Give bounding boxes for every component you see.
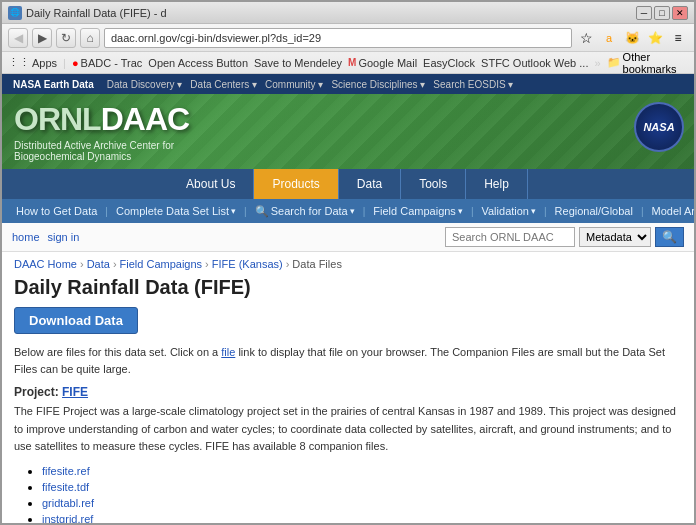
amazon-icon[interactable]: a (599, 28, 619, 48)
browser-window: 🌐 Daily Rainfall Data (FIFE) - d ─ □ ✕ ◀… (0, 0, 696, 525)
bm-mendeley[interactable]: Save to Mendeley (254, 57, 342, 69)
main-nav: About Us Products Data Tools Help (2, 169, 694, 199)
file-link-example[interactable]: file (221, 346, 235, 358)
address-bar[interactable]: daac.ornl.gov/cgi-bin/dsviewer.pl?ds_id=… (104, 28, 572, 48)
minimize-button[interactable]: ─ (636, 6, 652, 20)
daac-text: DAAC (101, 101, 189, 137)
page-description: Below are files for this data set. Click… (14, 344, 682, 377)
sub-nav-how-to-label: How to Get Data (16, 205, 97, 217)
list-item: instgrid.ref (42, 512, 682, 523)
eosdis-nav-discovery[interactable]: Data Discovery ▾ (107, 79, 183, 90)
star-icon[interactable]: ☆ (576, 28, 596, 48)
menu-icon[interactable]: ≡ (668, 28, 688, 48)
nav-products-label: Products (272, 177, 319, 191)
search-input[interactable] (445, 227, 575, 247)
sub-nav-campaigns[interactable]: Field Campaigns ▾ (367, 205, 469, 217)
home-button[interactable]: ⌂ (80, 28, 100, 48)
bm-open-access[interactable]: Open Access Button (148, 57, 248, 69)
home-link[interactable]: home (12, 231, 40, 243)
search-icon: 🔍 (255, 205, 269, 218)
maximize-button[interactable]: □ (654, 6, 670, 20)
eosdis-logo: NASA Earth Data (10, 78, 97, 91)
title-bar: 🌐 Daily Rainfall Data (FIFE) - d ─ □ ✕ (2, 2, 694, 24)
list-item: fifesite.ref (42, 464, 682, 478)
user-bar: home sign in Metadata 🔍 (2, 223, 694, 252)
sub-nav-search[interactable]: 🔍 Search for Data ▾ (249, 205, 361, 218)
sub-nav-model[interactable]: Model Archive (645, 205, 694, 217)
sub-nav-regional[interactable]: Regional/Global (549, 205, 639, 217)
file-link-0[interactable]: fifesite.ref (42, 465, 90, 477)
chevron-down-icon-4: ▾ (531, 206, 536, 216)
file-link-3[interactable]: instgrid.ref (42, 513, 93, 523)
eosdis-nav-community[interactable]: Community ▾ (265, 79, 323, 90)
nav-right-icons: ☆ a 🐱 ⭐ ≡ (576, 28, 688, 48)
eosdis-bar: NASA Earth Data Data Discovery ▾ Data Ce… (2, 74, 694, 94)
eosdis-nav-disciplines[interactable]: Science Disciplines ▾ (331, 79, 425, 90)
folder-icon: 📁 (607, 56, 621, 69)
eosdis-nav: Data Discovery ▾ Data Centers ▾ Communit… (107, 79, 686, 90)
sign-in-link[interactable]: sign in (48, 231, 80, 243)
file-link-2[interactable]: gridtabl.ref (42, 497, 94, 509)
eosdis-nav-centers[interactable]: Data Centers ▾ (190, 79, 257, 90)
breadcrumb-current: Data Files (292, 258, 342, 270)
bm-gmail[interactable]: M Google Mail (348, 57, 417, 69)
eosdis-nav-search[interactable]: Search EOSDIS ▾ (433, 79, 513, 90)
bookmarks-bar: ⋮⋮ Apps | ● BADC - Trac Open Access Butt… (2, 52, 694, 74)
nav-tools-label: Tools (419, 177, 447, 191)
gmail-icon: M (348, 57, 356, 68)
nav-data-label: Data (357, 177, 382, 191)
ornl-text: ORNL (14, 101, 101, 137)
bm-other: 📁 Other bookmarks (607, 51, 688, 75)
sub-nav-regional-label: Regional/Global (555, 205, 633, 217)
apps-icon: ⋮⋮ (8, 56, 30, 69)
nasa-logo-text: NASA (643, 121, 674, 133)
sub-nav-complete[interactable]: Complete Data Set List ▾ (110, 205, 242, 217)
tagline-line1: Distributed Active Archive Center for (14, 140, 189, 151)
chevron-down-icon-3: ▾ (458, 206, 463, 216)
bm-stfc[interactable]: STFC Outlook Web ... (481, 57, 588, 69)
page-title: Daily Rainfall Data (FIFE) (14, 276, 682, 299)
close-button[interactable]: ✕ (672, 6, 688, 20)
chevron-down-icon-1: ▾ (231, 206, 236, 216)
breadcrumb-campaigns[interactable]: Field Campaigns (120, 258, 203, 270)
window-controls: ─ □ ✕ (636, 6, 688, 20)
sub-nav-validation[interactable]: Validation ▾ (475, 205, 542, 217)
list-item: fifesite.tdf (42, 480, 682, 494)
ornl-logo-text: ORNLDAAC (14, 101, 189, 138)
search-box: Metadata 🔍 (445, 227, 684, 247)
content-area: DAAC Home › Data › Field Campaigns › FIF… (2, 252, 694, 523)
breadcrumb-fife[interactable]: FIFE (Kansas) (212, 258, 283, 270)
download-button[interactable]: Download Data (14, 307, 138, 334)
sub-nav-search-label: Search for Data (271, 205, 348, 217)
search-type-select[interactable]: Metadata (579, 227, 651, 247)
project-link[interactable]: FIFE (62, 385, 88, 399)
other-bookmarks-label: Other bookmarks (623, 51, 688, 75)
ornl-tagline: Distributed Active Archive Center for Bi… (14, 140, 189, 162)
sub-nav: How to Get Data | Complete Data Set List… (2, 199, 694, 223)
breadcrumb-data[interactable]: Data (87, 258, 110, 270)
back-button[interactable]: ◀ (8, 28, 28, 48)
extension-icon-1[interactable]: 🐱 (622, 28, 642, 48)
nav-tools[interactable]: Tools (401, 169, 466, 199)
forward-button[interactable]: ▶ (32, 28, 52, 48)
nasa-badge: NASA (634, 102, 684, 152)
sub-nav-how-to[interactable]: How to Get Data (10, 205, 103, 217)
breadcrumb-home[interactable]: DAAC Home (14, 258, 77, 270)
search-button[interactable]: 🔍 (655, 227, 684, 247)
project-label: Project: (14, 385, 59, 399)
apps-button[interactable]: ⋮⋮ Apps (8, 56, 57, 69)
bm-sep-1: | (63, 57, 66, 69)
nav-about-us-label: About Us (186, 177, 235, 191)
nav-help[interactable]: Help (466, 169, 528, 199)
extension-icon-2[interactable]: ⭐ (645, 28, 665, 48)
gmail-label: Google Mail (358, 57, 417, 69)
nav-data[interactable]: Data (339, 169, 401, 199)
bm-easyclock[interactable]: EasyClock (423, 57, 475, 69)
refresh-button[interactable]: ↻ (56, 28, 76, 48)
window-title: Daily Rainfall Data (FIFE) - d (26, 7, 167, 19)
nav-products[interactable]: Products (254, 169, 338, 199)
bm-badc[interactable]: ● BADC - Trac (72, 57, 142, 69)
apps-label: Apps (32, 57, 57, 69)
nav-about-us[interactable]: About Us (168, 169, 254, 199)
file-link-1[interactable]: fifesite.tdf (42, 481, 89, 493)
